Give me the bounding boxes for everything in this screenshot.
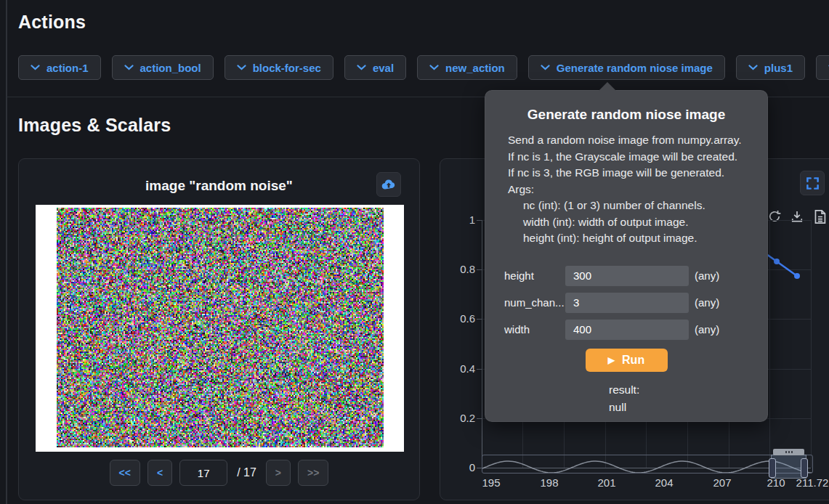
image-card-title: image "random noise" (19, 178, 419, 194)
cloud-upload-icon (381, 179, 396, 190)
download-image-icon[interactable] (788, 207, 806, 226)
x-tick-label: 210 (767, 476, 785, 489)
restore-refresh-icon[interactable] (766, 207, 783, 226)
x-tick-label: 204 (655, 476, 673, 489)
noise-image (36, 205, 404, 452)
action-button-action-bool[interactable]: action_bool (112, 55, 214, 80)
num-channels-field[interactable] (565, 293, 689, 313)
chevron-down-icon (357, 65, 366, 70)
first-page-button[interactable]: << (110, 460, 140, 486)
x-tick-label: 207 (713, 476, 731, 489)
run-button-label: Run (622, 354, 644, 367)
popup-fields: height (any) num_chan... (any) width (an… (485, 266, 767, 340)
action-button-label: action-1 (46, 62, 89, 74)
cloud-save-button[interactable] (376, 172, 401, 197)
fullscreen-icon (806, 176, 820, 190)
action-popup: Generate random niose image Send a rando… (485, 90, 768, 422)
popup-title: Generate random niose image (485, 91, 767, 123)
play-icon: ▶ (608, 356, 615, 365)
field-label: height (504, 269, 565, 282)
y-tick-label: 0.8 (445, 263, 475, 276)
action-button-block-for-sec[interactable]: block-for-sec (225, 55, 333, 80)
description-line: Send a random noise image from numpy.arr… (508, 132, 750, 149)
y-tick-label: 0 (445, 461, 475, 474)
y-tick (477, 468, 482, 468)
y-tick-label: 0.2 (445, 412, 475, 425)
field-label: width (504, 323, 565, 336)
gridline (811, 220, 812, 468)
page-number-input[interactable] (179, 460, 227, 486)
action-button-generate-random-niose-image[interactable]: Generate random niose image (528, 55, 725, 80)
dashboard-page: { "colors": { "accent_blue": "#4f9df3", … (0, 0, 829, 504)
last-page-button[interactable]: >> (298, 460, 328, 486)
description-line: If nc is 3, the RGB image will be genera… (508, 165, 750, 182)
run-button[interactable]: ▶ Run (586, 349, 668, 372)
action-button-label: block-for-sec (253, 62, 321, 74)
datazoom-slider[interactable] (482, 455, 813, 473)
y-tick-label: 0.6 (445, 312, 475, 325)
field-type-hint: (any) (695, 269, 719, 282)
minimap-sine-wave (482, 455, 813, 473)
field-label: num_chan... (504, 296, 565, 309)
chevron-down-icon (31, 65, 40, 70)
datazoom-right-handle[interactable] (801, 458, 808, 478)
description-line: If nc is 1, the Grayscale image will be … (508, 149, 750, 166)
chevron-down-icon (748, 65, 758, 70)
result-label: result: (609, 381, 644, 399)
previous-page-button[interactable]: < (147, 460, 172, 486)
actions-toolbar: action-1 action_bool block-for-sec eval … (18, 55, 829, 80)
x-tick-label: 198 (540, 476, 558, 489)
popup-description: Send a random noise image from numpy.arr… (508, 132, 750, 247)
action-button-eval[interactable]: eval (344, 55, 406, 80)
popup-arrow (599, 82, 616, 91)
action-button-label: new_action (445, 62, 505, 74)
datazoom-grip-handle[interactable] (773, 449, 804, 455)
noise-canvas (57, 208, 384, 447)
datazoom-left-handle[interactable] (769, 458, 776, 478)
chevron-down-icon (429, 65, 439, 70)
field-row-height: height (any) (504, 266, 748, 286)
chevron-down-icon (124, 65, 134, 70)
action-button-label: plus1 (764, 62, 793, 74)
field-type-hint: (any) (695, 296, 719, 309)
x-tick-label: 195 (482, 476, 500, 489)
description-line: nc (int): (1 or 3) number of channels. (508, 198, 750, 214)
field-type-hint: (any) (695, 323, 719, 336)
description-line: height (int): height of output image. (508, 230, 750, 247)
result-block: result: null (609, 381, 644, 416)
image-pagination: << < / 17 > >> (19, 460, 419, 486)
height-field[interactable] (565, 266, 689, 286)
x-tick-label: 211.72 (796, 476, 829, 489)
x-tick-label: 201 (597, 476, 615, 489)
action-button-truncated[interactable] (816, 55, 829, 80)
action-button-label: Generate random niose image (557, 62, 713, 74)
page-edge-divider (6, 0, 7, 504)
y-tick (477, 220, 482, 221)
page-total-label: / 17 (235, 466, 259, 479)
y-tick-label: 1 (445, 214, 475, 227)
action-button-label: action_bool (140, 62, 201, 74)
y-tick-label: 0.4 (445, 362, 475, 375)
action-button-action-1[interactable]: action-1 (18, 55, 101, 80)
field-row-num-channels: num_chan... (any) (504, 293, 748, 313)
field-row-width: width (any) (504, 320, 748, 340)
y-axis (482, 220, 482, 468)
gridline (769, 220, 770, 468)
action-button-new-action[interactable]: new_action (417, 55, 517, 80)
chart-toolbar (766, 207, 828, 226)
y-tick (477, 269, 482, 270)
width-field[interactable] (565, 320, 689, 340)
y-tick (477, 319, 482, 320)
action-button-plus1[interactable]: plus1 (736, 55, 805, 80)
fullscreen-button[interactable] (800, 171, 825, 195)
data-view-document-icon[interactable] (811, 207, 828, 226)
next-page-button[interactable]: > (266, 460, 291, 486)
result-value: null (609, 399, 644, 416)
chevron-down-icon (541, 65, 550, 70)
description-line: Args: (508, 182, 750, 198)
description-line: width (int): width of output image. (508, 214, 750, 231)
y-tick (477, 418, 482, 419)
image-card: image "random noise" << < / 17 > >> (18, 158, 420, 500)
chevron-down-icon (237, 65, 246, 70)
actions-heading: Actions (18, 12, 86, 33)
